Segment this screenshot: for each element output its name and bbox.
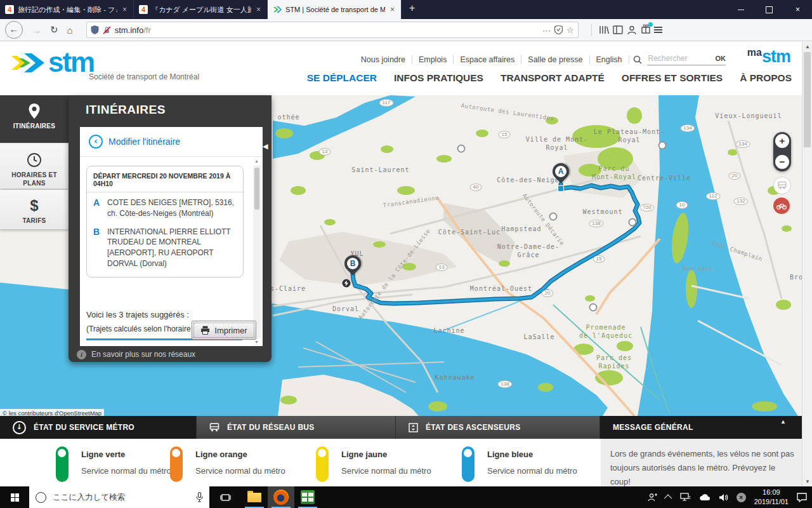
volume-icon[interactable] <box>719 493 728 502</box>
sidebar-toggle-icon[interactable] <box>612 25 624 35</box>
action-center-icon[interactable] <box>797 493 807 502</box>
zoom-out-button[interactable]: − <box>775 155 789 169</box>
tab-etat-metro[interactable]: ↓ ÉTAT DU SERVICE MÉTRO <box>0 416 197 439</box>
nav-transport-adapte[interactable]: TRANSPORT ADAPTÉ <box>501 72 605 84</box>
browser-tab-1[interactable]: 4 旅行記の作成・編集・削除 - フォ × <box>0 0 134 19</box>
bus-layer-button[interactable] <box>773 177 791 194</box>
page-actions-icon[interactable]: ··· <box>542 25 551 35</box>
highway-shield: 138 <box>589 220 603 227</box>
network-icon[interactable] <box>680 493 691 502</box>
toolbar-right-icons <box>587 23 662 36</box>
panel-footer[interactable]: i En savoir plus sur nos réseaux <box>69 347 272 362</box>
line-verte-pill <box>56 446 69 482</box>
scroll-up-icon[interactable]: ▲ <box>805 44 810 50</box>
taskbar-search[interactable]: ここに入力して検索 <box>29 486 209 508</box>
file-explorer-button[interactable] <box>241 486 268 508</box>
map-label: Rue Galt <box>683 265 712 272</box>
scroll-thumb[interactable] <box>804 52 811 147</box>
dollar-icon: $ <box>0 196 69 215</box>
task-view-button[interactable] <box>212 486 239 508</box>
url-text[interactable]: stm.info/fr <box>115 25 151 35</box>
green-app-button[interactable] <box>294 486 321 508</box>
search-ok-button[interactable]: OK <box>716 55 726 62</box>
printer-icon <box>200 326 210 335</box>
back-button[interactable]: ← <box>5 21 23 39</box>
scroll-down-icon[interactable]: ▼ <box>254 340 259 344</box>
tab-etat-bus[interactable]: ÉTAT DU RÉSEAU BUS <box>197 416 396 439</box>
start-button[interactable] <box>0 486 29 508</box>
card-scrollbar[interactable]: ▲ ▼ <box>253 159 261 344</box>
hidden-icons-chevron[interactable] <box>666 495 672 500</box>
mic-icon[interactable] <box>196 492 203 502</box>
taskbar-clock[interactable]: 16:09 2019/11/01 <box>754 488 789 507</box>
bike-icon <box>776 203 787 210</box>
nav-se-deplacer[interactable]: SE DÉPLACER <box>307 72 377 84</box>
insecure-lock-icon[interactable] <box>103 26 111 34</box>
ma-stm-link[interactable]: mastm <box>747 47 790 67</box>
search-input[interactable] <box>647 53 716 64</box>
close-tab-icon[interactable]: × <box>121 5 128 14</box>
map-label: Ville de Mont- Royal <box>526 136 588 152</box>
protection-shield-icon[interactable] <box>91 25 99 34</box>
route-stop-marker <box>549 213 558 221</box>
nav-emplois[interactable]: Emplois <box>412 55 454 64</box>
sidebar-item-itineraires[interactable]: ITINÉRAIRES <box>0 95 69 143</box>
close-window-button[interactable]: × <box>783 0 812 19</box>
browser-tab-active[interactable]: STM | Société de transport de M × <box>268 0 402 19</box>
map-label: Parc du Mont-Royal <box>592 165 636 181</box>
bookmark-star-icon[interactable]: ☆ <box>566 25 574 35</box>
close-tab-icon[interactable]: × <box>255 5 262 14</box>
window-controls: × <box>726 0 812 19</box>
bike-layer-button[interactable] <box>773 197 790 214</box>
library-icon[interactable] <box>598 25 610 35</box>
sidebar-item-tarifs[interactable]: $ TARIFS <box>0 190 69 229</box>
firefox-button[interactable] <box>268 486 294 508</box>
pin-icon <box>0 102 69 121</box>
nav-salle-de-presse[interactable]: Salle de presse <box>521 55 589 64</box>
tab-etat-ascenseurs[interactable]: ÉTAT DES ASCENSEURS <box>396 416 600 439</box>
nav-english[interactable]: English <box>590 55 629 64</box>
status-x-icon[interactable]: × <box>737 493 746 502</box>
minimize-button[interactable] <box>726 0 755 19</box>
pocket-shield-icon[interactable] <box>554 25 563 34</box>
stm-logo[interactable]: stm <box>11 50 94 76</box>
highway-shield: 20 <box>542 290 554 297</box>
onedrive-cloud-icon[interactable] <box>699 493 710 501</box>
zoom-in-button[interactable]: + <box>775 134 789 148</box>
highway-shield: 117 <box>379 99 394 107</box>
map-label: Montréal-Ouest <box>470 285 532 293</box>
nav-a-propos[interactable]: À PROPOS <box>740 72 792 84</box>
sidebar-item-horaires[interactable]: HORAIRES ET PLANS <box>0 144 69 189</box>
panel-collapse-arrow[interactable]: ◀ <box>263 142 268 150</box>
clock-icon <box>0 150 69 170</box>
map-label: othée <box>277 114 299 122</box>
scroll-thumb[interactable] <box>254 168 259 210</box>
page-scrollbar[interactable]: ▲ ▼ <box>802 42 812 486</box>
nav-nous-joindre[interactable]: Nous joindre <box>355 55 412 64</box>
new-tab-button[interactable]: + <box>402 0 422 19</box>
browser-toolbar: ← → ↻ ⌂ stm.info/fr ··· ☆ <box>0 19 812 41</box>
home-button[interactable]: ⌂ <box>67 25 73 36</box>
account-icon[interactable] <box>626 25 638 35</box>
nav-espace-affaires[interactable]: Espace affaires <box>454 55 521 64</box>
whats-new-gift-icon[interactable] <box>640 23 652 36</box>
map-label: Autoroute de la Côte-de-Liesse <box>357 228 432 321</box>
line-status: Service normal du métro <box>341 466 431 476</box>
scroll-down-icon[interactable]: ▼ <box>805 479 810 485</box>
collapse-message-arrow[interactable]: ▲ <box>780 418 786 425</box>
people-icon[interactable] <box>648 493 658 502</box>
highway-shield: 13 <box>436 264 448 271</box>
modify-itinerary-link[interactable]: ‹ Modifier l'itinéraire <box>89 135 180 149</box>
nav-offres-et-sorties[interactable]: OFFRES ET SORTIES <box>622 72 723 84</box>
close-tab-icon[interactable]: × <box>389 5 396 14</box>
scroll-up-icon[interactable]: ▲ <box>254 159 259 163</box>
restore-button[interactable] <box>755 0 783 19</box>
browser-tab-2[interactable]: 4 『カナダ メープル街道 女一人旅8 × <box>134 0 268 19</box>
url-bar[interactable]: stm.info/fr ··· ☆ <box>86 22 579 38</box>
nav-infos-pratiques[interactable]: INFOS PRATIQUES <box>394 72 483 84</box>
forward-button[interactable]: → <box>32 25 41 36</box>
reload-button[interactable]: ↻ <box>50 24 58 36</box>
tab-message-general[interactable]: MESSAGE GÉNÉRAL <box>600 416 802 439</box>
print-button[interactable]: Imprimer <box>192 321 256 340</box>
menu-icon[interactable] <box>654 25 662 34</box>
